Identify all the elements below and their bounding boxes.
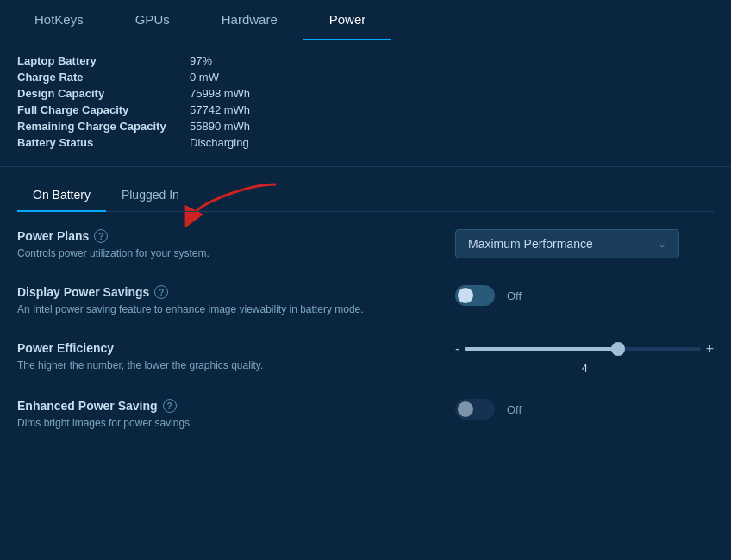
power-plans-help-icon[interactable]: ? bbox=[94, 229, 108, 243]
toggle-track bbox=[455, 285, 495, 306]
battery-row-full-charge: Full Charge Capacity 57742 mWh bbox=[17, 103, 714, 116]
display-power-savings-control: Off bbox=[455, 285, 714, 306]
enhanced-power-saving-label: Enhanced Power Saving bbox=[17, 399, 158, 413]
value-remaining-charge: 55890 mWh bbox=[190, 120, 250, 133]
display-power-savings-help-icon[interactable]: ? bbox=[154, 285, 168, 299]
sub-tab-plugged-in[interactable]: Plugged In bbox=[106, 179, 195, 212]
power-efficiency-desc: The higher the number, the lower the gra… bbox=[17, 358, 455, 373]
enhanced-power-saving-row: Enhanced Power Saving ? Dims bright imag… bbox=[17, 399, 714, 431]
sub-tabs-area: On Battery Plugged In bbox=[0, 167, 731, 212]
power-efficiency-row: Power Efficiency The higher the number, … bbox=[17, 341, 714, 375]
battery-row-design-capacity: Design Capacity 75998 mWh bbox=[17, 87, 714, 100]
battery-row-laptop: Laptop Battery 97% bbox=[17, 54, 714, 67]
enhanced-power-saving-toggle-label: Off bbox=[507, 403, 522, 416]
display-power-savings-label: Display Power Savings bbox=[17, 285, 149, 299]
display-power-savings-desc: An Intel power saving feature to enhance… bbox=[17, 302, 455, 317]
value-design-capacity: 75998 mWh bbox=[190, 87, 250, 100]
slider-plus-icon[interactable]: + bbox=[706, 341, 714, 357]
label-battery-status: Battery Status bbox=[17, 136, 190, 149]
display-power-savings-toggle[interactable] bbox=[455, 285, 495, 306]
enhanced-power-saving-desc: Dims bright images for power savings. bbox=[17, 415, 455, 431]
value-battery-status: Discharging bbox=[190, 136, 249, 149]
slider-thumb[interactable] bbox=[611, 342, 625, 356]
slider-fill bbox=[465, 347, 618, 351]
battery-row-charge-rate: Charge Rate 0 mW bbox=[17, 71, 714, 84]
label-remaining-charge: Remaining Charge Capacity bbox=[17, 120, 190, 133]
toggle-thumb bbox=[458, 288, 473, 303]
chevron-down-icon: ⌄ bbox=[658, 238, 666, 250]
sub-tab-bar: On Battery Plugged In bbox=[17, 179, 714, 212]
enhanced-power-saving-label-col: Enhanced Power Saving ? Dims bright imag… bbox=[17, 399, 455, 431]
slider-minus-icon[interactable]: - bbox=[455, 341, 459, 357]
tab-power[interactable]: Power bbox=[303, 0, 392, 40]
label-full-charge-capacity: Full Charge Capacity bbox=[17, 103, 190, 116]
battery-row-remaining: Remaining Charge Capacity 55890 mWh bbox=[17, 120, 714, 133]
tab-gpus[interactable]: GPUs bbox=[109, 0, 196, 40]
power-efficiency-title: Power Efficiency bbox=[17, 341, 455, 355]
toggle-thumb-disabled bbox=[458, 401, 473, 417]
display-power-savings-title: Display Power Savings ? bbox=[17, 285, 455, 299]
enhanced-power-saving-help-icon[interactable]: ? bbox=[163, 399, 177, 413]
battery-info-section: Laptop Battery 97% Charge Rate 0 mW Desi… bbox=[0, 40, 731, 167]
power-plans-row: Power Plans ? Controls power utilization… bbox=[17, 229, 714, 261]
power-plans-desc: Controls power utilization for your syst… bbox=[17, 246, 455, 261]
display-power-savings-row: Display Power Savings ? An Intel power s… bbox=[17, 285, 714, 317]
enhanced-power-saving-title: Enhanced Power Saving ? bbox=[17, 399, 455, 413]
power-efficiency-label: Power Efficiency bbox=[17, 341, 114, 355]
power-plans-control: Maximum Performance ⌄ bbox=[455, 229, 714, 258]
power-efficiency-control: - + 4 bbox=[455, 341, 714, 375]
power-plans-selected: Maximum Performance bbox=[468, 237, 593, 251]
settings-content: Power Plans ? Controls power utilization… bbox=[0, 212, 731, 472]
power-plans-dropdown[interactable]: Maximum Performance ⌄ bbox=[455, 229, 679, 258]
label-laptop-battery: Laptop Battery bbox=[17, 54, 190, 67]
tab-hardware[interactable]: Hardware bbox=[196, 0, 303, 40]
power-efficiency-slider[interactable] bbox=[465, 347, 700, 351]
power-plans-label: Power Plans bbox=[17, 229, 89, 243]
slider-row: - + bbox=[455, 341, 714, 357]
value-laptop-battery: 97% bbox=[190, 54, 212, 67]
power-efficiency-value: 4 bbox=[455, 362, 714, 375]
sub-tab-on-battery[interactable]: On Battery bbox=[17, 179, 106, 212]
label-design-capacity: Design Capacity bbox=[17, 87, 190, 100]
battery-row-status: Battery Status Discharging bbox=[17, 136, 714, 149]
power-plans-label-col: Power Plans ? Controls power utilization… bbox=[17, 229, 455, 261]
value-charge-rate: 0 mW bbox=[190, 71, 219, 84]
sub-tabs-wrapper: On Battery Plugged In bbox=[0, 167, 731, 212]
label-charge-rate: Charge Rate bbox=[17, 71, 190, 84]
power-efficiency-label-col: Power Efficiency The higher the number, … bbox=[17, 341, 455, 373]
top-navigation: HotKeys GPUs Hardware Power bbox=[0, 0, 731, 40]
power-plans-title: Power Plans ? bbox=[17, 229, 455, 243]
power-efficiency-slider-container: - + 4 bbox=[455, 341, 714, 375]
display-power-savings-label-col: Display Power Savings ? An Intel power s… bbox=[17, 285, 455, 317]
enhanced-power-saving-control: Off bbox=[455, 399, 714, 420]
display-power-savings-toggle-label: Off bbox=[507, 289, 522, 302]
value-full-charge-capacity: 57742 mWh bbox=[190, 103, 250, 116]
tab-hotkeys[interactable]: HotKeys bbox=[9, 0, 109, 40]
enhanced-power-saving-toggle[interactable] bbox=[455, 399, 495, 420]
toggle-track-disabled bbox=[455, 399, 495, 420]
